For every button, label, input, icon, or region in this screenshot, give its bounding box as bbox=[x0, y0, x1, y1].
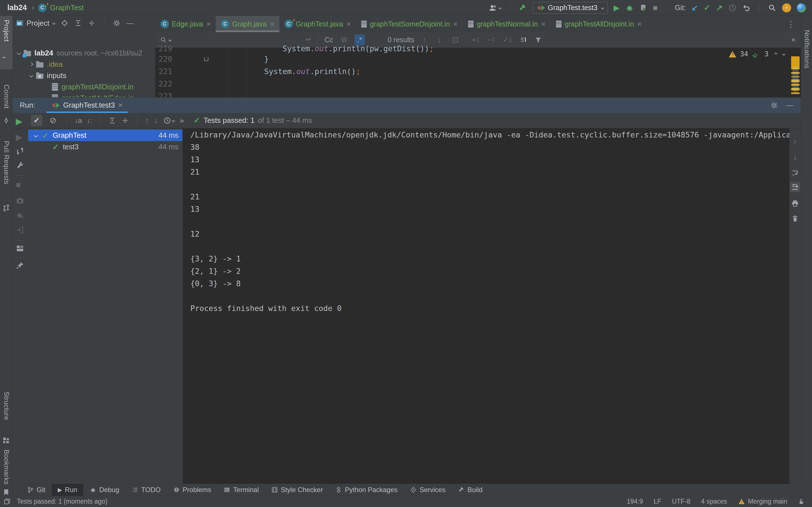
tree-row-idea[interactable]: .idea bbox=[12, 59, 155, 70]
scroll-to-end-button[interactable] bbox=[790, 182, 800, 192]
toolbar-item-build[interactable]: Build bbox=[452, 484, 489, 496]
toolbar-item-python-packages[interactable]: Python Packages bbox=[329, 484, 404, 496]
git-update-button[interactable]: ↙ bbox=[692, 4, 698, 12]
pull-requests-icon[interactable] bbox=[2, 204, 10, 212]
test-tree-child-row[interactable]: ✓ test3 44 ms bbox=[28, 141, 183, 153]
stripe-item-pull-requests[interactable]: Pull Requests bbox=[3, 141, 10, 184]
stop-button[interactable]: ■ bbox=[16, 180, 21, 189]
soft-wrap-button[interactable] bbox=[790, 168, 800, 178]
git-commit-button[interactable]: ✓ bbox=[704, 4, 710, 12]
next-test-button[interactable]: ↓ bbox=[154, 116, 158, 125]
stripe-item-commit[interactable]: Commit bbox=[3, 84, 10, 109]
run-settings-gear-button[interactable] bbox=[770, 101, 778, 109]
close-icon[interactable]: × bbox=[453, 20, 458, 29]
vcs-widget[interactable]: Merging main bbox=[738, 498, 787, 505]
project-view-selector[interactable]: Project bbox=[16, 19, 55, 27]
prev-problem-button[interactable] bbox=[774, 52, 777, 55]
attach-process-button[interactable] bbox=[16, 226, 24, 234]
tab-options-button[interactable]: ⋮ bbox=[786, 19, 801, 29]
run-tab-graphtest-test3[interactable]: GraphTest.test3 × bbox=[47, 98, 128, 113]
tab-edge-java[interactable]: C Edge.java × bbox=[155, 16, 216, 32]
toolbar-item-terminal[interactable]: Terminal bbox=[217, 484, 265, 496]
rollback-button[interactable] bbox=[742, 4, 751, 12]
tab-graphtestnormal-in[interactable]: graphTestNormal.in × bbox=[463, 16, 551, 32]
toolbar-item-debug[interactable]: Debug bbox=[84, 484, 125, 496]
inspections-widget[interactable]: 34 ✓✓ 3 bbox=[729, 50, 785, 58]
tree-row-inputs[interactable]: inputs bbox=[12, 70, 155, 81]
collapse-all-button[interactable] bbox=[88, 19, 96, 27]
stripe-item-notifications[interactable]: Notifications bbox=[803, 30, 811, 68]
search-in-selection-button[interactable] bbox=[452, 32, 459, 48]
close-icon[interactable]: × bbox=[541, 20, 546, 29]
caret-position[interactable]: 194:9 bbox=[627, 498, 643, 505]
run-config-selector[interactable]: GraphTest.test3 bbox=[532, 2, 608, 14]
indent-style[interactable]: 4 spaces bbox=[701, 498, 727, 505]
close-icon[interactable]: × bbox=[638, 20, 642, 29]
tab-graphtestsomedisjoint-in[interactable]: graphTestSomeDisjoint.in × bbox=[356, 16, 463, 32]
close-icon[interactable]: × bbox=[347, 20, 351, 29]
ide-features-button[interactable] bbox=[797, 3, 806, 12]
close-find-bar-button[interactable]: × bbox=[791, 32, 796, 48]
breadcrumb-project[interactable]: lab24 bbox=[7, 3, 27, 12]
rerun-button[interactable]: ▶ bbox=[16, 116, 22, 126]
hide-panel-button[interactable]: — bbox=[126, 19, 134, 27]
toolbar-item-style-checker[interactable]: Style Checker bbox=[265, 484, 329, 496]
tab-graph-java[interactable]: C Graph.java × bbox=[216, 16, 279, 32]
view-options-button[interactable] bbox=[520, 32, 527, 48]
tree-row-file[interactable]: graphTestMultiEdge.in bbox=[12, 93, 155, 97]
test-settings-wrench-button[interactable] bbox=[16, 161, 24, 170]
code-viewport[interactable]: 219 220 221 222 223 System.out.println(p… bbox=[155, 48, 801, 97]
more-toolbar-button[interactable]: » bbox=[180, 116, 184, 125]
close-icon[interactable]: × bbox=[206, 20, 211, 29]
clear-console-trash-button[interactable] bbox=[790, 214, 800, 224]
run-button[interactable]: ▶ bbox=[613, 4, 620, 12]
bookmark-icon[interactable] bbox=[2, 489, 10, 496]
test-tree-root-row[interactable]: ✓ GraphTest 44 ms bbox=[28, 129, 183, 141]
gutter-marker[interactable] bbox=[204, 56, 208, 61]
add-occurrence-button[interactable]: + bbox=[472, 32, 479, 48]
test-console-output[interactable]: /Library/Java/JavaVirtualMachines/openjd… bbox=[183, 128, 790, 484]
collapse-all-button[interactable] bbox=[121, 117, 129, 124]
structure-icon[interactable] bbox=[2, 437, 10, 445]
toggle-auto-test-button[interactable] bbox=[16, 147, 24, 155]
debug-disabled-button[interactable] bbox=[16, 211, 24, 219]
tab-graphtest-java[interactable]: C GraphTest.java × bbox=[280, 16, 356, 32]
sort-by-duration-button[interactable]: ↓: bbox=[87, 117, 92, 124]
stripe-item-structure[interactable]: Structure bbox=[3, 392, 10, 420]
minimize-panel-button[interactable]: — bbox=[786, 101, 794, 110]
next-problem-button[interactable] bbox=[782, 52, 785, 55]
down-stacktrace-button[interactable]: ↓ bbox=[790, 152, 800, 163]
settings-gear-button[interactable] bbox=[113, 19, 121, 27]
debug-button[interactable] bbox=[625, 4, 634, 12]
toolbar-item-git[interactable]: Git bbox=[21, 484, 52, 496]
close-icon[interactable]: × bbox=[118, 101, 122, 110]
toolbar-item-services[interactable]: Services bbox=[404, 484, 452, 496]
stripe-item-project[interactable]: Project bbox=[3, 20, 10, 42]
pin-tab-button[interactable] bbox=[16, 261, 24, 270]
lock-icon[interactable] bbox=[798, 498, 805, 505]
stripe-item-bookmarks[interactable]: Bookmarks bbox=[3, 450, 10, 485]
line-separator[interactable]: LF bbox=[654, 498, 661, 505]
restore-layout-button[interactable] bbox=[16, 244, 24, 252]
run-with-coverage-button[interactable] bbox=[640, 4, 647, 12]
up-stacktrace-button[interactable]: ↑ bbox=[790, 137, 800, 147]
breadcrumb-target[interactable]: GraphTest bbox=[50, 3, 84, 12]
expand-all-button[interactable] bbox=[74, 19, 82, 27]
tab-graphtestalldisjoint-in[interactable]: graphTestAllDisjoint.in × bbox=[551, 16, 647, 32]
stop-button[interactable]: ■ bbox=[653, 4, 658, 12]
users-button[interactable] bbox=[489, 4, 501, 12]
select-all-occurrences-button[interactable]: ✓ bbox=[503, 32, 511, 48]
show-ignored-toggle[interactable] bbox=[47, 115, 59, 126]
tree-row-file[interactable]: graphTestAllDisjoint.in bbox=[12, 81, 155, 93]
next-occurrence-button[interactable]: ↓ bbox=[437, 32, 441, 48]
show-passed-toggle[interactable]: ✓ bbox=[31, 115, 42, 126]
toolbar-item-run[interactable]: ▶ Run bbox=[52, 484, 84, 496]
history-button[interactable] bbox=[728, 4, 737, 12]
remove-occurrence-button[interactable]: − bbox=[488, 32, 495, 48]
toolbar-item-todo[interactable]: TODO bbox=[125, 484, 167, 496]
expand-all-button[interactable] bbox=[108, 117, 116, 124]
close-icon[interactable]: × bbox=[270, 20, 274, 29]
search-everywhere-button[interactable] bbox=[768, 4, 776, 12]
toolbar-item-problems[interactable]: Problems bbox=[167, 484, 217, 496]
update-available-button[interactable]: ↑ bbox=[782, 3, 791, 12]
